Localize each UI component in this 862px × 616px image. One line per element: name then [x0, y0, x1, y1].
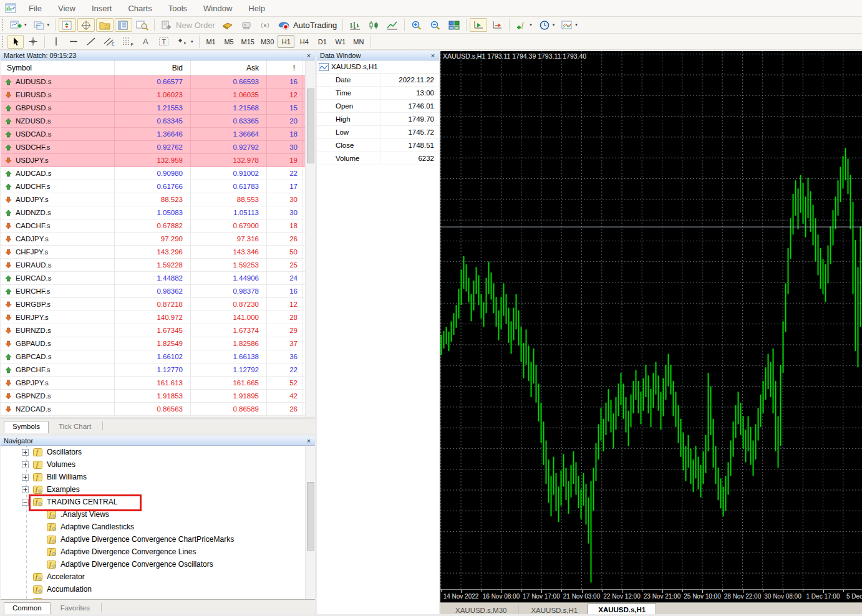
timeframe-mn-button[interactable]: MN	[350, 35, 367, 48]
market-watch-row-nzdcad.s[interactable]: NZDCAD.s0.865630.8658926	[1, 403, 305, 416]
menu-item-window[interactable]: Window	[195, 0, 240, 16]
tile-windows-button[interactable]	[445, 18, 463, 32]
navigator-close-icon[interactable]: ×	[305, 436, 312, 445]
market-watch-row-audchf.s[interactable]: AUDCHF.s0.617660.6178317	[1, 180, 305, 193]
dropdown-caret-icon[interactable]: ▾	[47, 22, 50, 27]
candlestick-chart-button[interactable]	[365, 18, 382, 32]
trendline-tool[interactable]	[83, 35, 99, 49]
market-watch-row-nzdusd.s[interactable]: NZDUSD.s0.633450.6336520	[1, 115, 305, 128]
timeframe-h1-button[interactable]: H1	[278, 35, 294, 48]
navigator-item-accelerator[interactable]: fAccelerator	[1, 570, 305, 583]
arrows-tool[interactable]: ▾	[174, 35, 196, 49]
navigator-toggle[interactable]	[96, 18, 114, 32]
expand-plus-icon[interactable]	[22, 486, 29, 493]
strategy-tester-button[interactable]	[133, 18, 151, 32]
timeframe-m15-button[interactable]: M15	[239, 35, 257, 48]
fibonacci-tool[interactable]: F	[119, 35, 137, 49]
zoom-in-button[interactable]	[408, 18, 425, 32]
timeframe-h4-button[interactable]: H4	[296, 35, 312, 48]
bar-chart-button[interactable]	[346, 18, 364, 32]
expand-plus-icon[interactable]	[22, 474, 29, 481]
collapse-minus-icon[interactable]	[22, 499, 29, 506]
menu-item-view[interactable]: View	[50, 0, 84, 16]
profiles-button[interactable]: ▾	[31, 18, 52, 32]
market-watch-row-gbpjpy.s[interactable]: GBPJPY.s161.613161.66552	[1, 377, 305, 390]
menu-item-charts[interactable]: Charts	[120, 0, 160, 16]
market-watch-toggle[interactable]	[59, 18, 76, 32]
column-header-bid[interactable]: Bid	[115, 60, 191, 75]
navigator-tab-favorites[interactable]: Favorites	[52, 602, 99, 614]
metaeditor-button[interactable]	[219, 18, 236, 32]
periods-button[interactable]: ▾	[536, 18, 558, 32]
market-watch-tab-tick-chart[interactable]: Tick Chart	[50, 421, 100, 433]
navigator-item-adaptive-divergence-convergence-lines[interactable]: fAdaptive Divergence Convergence Lines	[1, 546, 305, 558]
toolbar-grip[interactable]	[2, 36, 4, 47]
navigator-scrollbar[interactable]	[306, 446, 315, 599]
toolbar-grip[interactable]	[2, 19, 4, 31]
market-watch-row-eurcad.s[interactable]: EURCAD.s1.448821.4490624	[1, 272, 305, 285]
signals-button[interactable]	[256, 18, 274, 32]
market-watch-row-audnzd.s[interactable]: AUDNZD.s1.050831.0511330	[1, 206, 305, 219]
timeframe-w1-button[interactable]: W1	[332, 35, 349, 48]
market-watch-row-chfjpy.s[interactable]: CHFJPY.s143.296143.34650	[1, 246, 305, 259]
indicators-button[interactable]: f▾	[513, 18, 535, 32]
market-watch-row-cadchf.s[interactable]: CADCHF.s0.678820.6790018	[1, 219, 305, 233]
auto-scroll-toggle[interactable]	[470, 18, 487, 32]
crosshair-tool[interactable]	[25, 35, 41, 49]
expand-plus-icon[interactable]	[22, 461, 29, 468]
market-watch-row-usdcad.s[interactable]: USDCAD.s1.366461.3666418	[1, 128, 305, 141]
navigator-item-examples[interactable]: fExamples	[1, 483, 305, 496]
navigator-item-accumulation[interactable]: fAccumulation	[1, 583, 305, 595]
market-watch-row-cadjpy.s[interactable]: CADJPY.s97.29097.31626	[1, 233, 305, 246]
price-chart-xauusd-h1[interactable]: XAUUSD.s,H1 1793.11 1794.39 1793.11 1793…	[440, 51, 862, 589]
cursor-tool[interactable]	[7, 35, 24, 49]
column-header-symbol[interactable]: Symbol	[1, 60, 115, 75]
data-window-instrument-row[interactable]: XAUUSD.s,H1	[317, 60, 439, 74]
zoom-out-button[interactable]	[427, 18, 444, 32]
mailbox-button[interactable]	[238, 18, 255, 32]
autotrading-button[interactable]: AutoTrading	[275, 18, 339, 32]
menu-item-tools[interactable]: Tools	[160, 0, 195, 16]
market-watch-row-audjpy.s[interactable]: AUDJPY.s88.52388.55330	[1, 193, 305, 206]
navigator-item-adaptive-divergence-convergence-chartpricemarks[interactable]: fAdaptive Divergence Convergence ChartPr…	[1, 533, 305, 546]
market-watch-row-eurgbp.s[interactable]: EURGBP.s0.872180.8723012	[1, 298, 305, 311]
market-watch-tab-symbols[interactable]: Symbols	[4, 421, 49, 433]
horizontal-line-tool[interactable]	[65, 35, 82, 49]
navigator-scrollbar-thumb[interactable]	[307, 482, 314, 551]
navigator-item-oscillators[interactable]: fOscillators	[1, 446, 305, 458]
market-watch-row-eurusd.s[interactable]: EURUSD.s1.060231.0603512	[1, 89, 305, 102]
market-watch-row-eurjpy.s[interactable]: EURJPY.s140.972141.00028	[1, 311, 305, 324]
market-watch-row-euraud.s[interactable]: EURAUD.s1.592281.5925325	[1, 259, 305, 272]
timeframe-m30-button[interactable]: M30	[258, 35, 276, 48]
expand-plus-icon[interactable]	[22, 449, 29, 456]
timeframe-m1-button[interactable]: M1	[203, 35, 220, 48]
templates-button[interactable]: ▾	[558, 18, 580, 32]
dropdown-caret-icon[interactable]: ▾	[553, 22, 555, 27]
market-watch-row-audcad.s[interactable]: AUDCAD.s0.909800.9100222	[1, 167, 305, 180]
market-watch-row-usdjpy.s[interactable]: USDJPY.s132.959132.97819	[1, 154, 305, 167]
market-watch-scrollbar-thumb[interactable]	[307, 89, 314, 163]
menu-item-insert[interactable]: Insert	[84, 0, 120, 16]
data-window-close-icon[interactable]: ×	[429, 51, 437, 60]
data-window-toggle[interactable]	[77, 18, 95, 32]
market-watch-row-gbpusd.s[interactable]: GBPUSD.s1.215531.2156815	[1, 102, 305, 115]
terminal-toggle[interactable]	[115, 18, 132, 32]
menu-item-file[interactable]: File	[21, 0, 50, 16]
timeframe-d1-button[interactable]: D1	[314, 35, 331, 48]
market-watch-close-icon[interactable]: ×	[305, 51, 312, 60]
market-watch-row-gbpnzd.s[interactable]: GBPNZD.s1.918531.9189542	[1, 390, 305, 403]
column-header-spread[interactable]: !	[267, 60, 303, 75]
market-watch-row-gbpaud.s[interactable]: GBPAUD.s1.825491.8258637	[1, 337, 305, 350]
dropdown-caret-icon[interactable]: ▾	[530, 22, 532, 27]
dropdown-caret-icon[interactable]: ▾	[575, 22, 578, 27]
text-tool[interactable]: A	[138, 35, 154, 49]
chart-canvas[interactable]: XAUUSD.s,H1 1793.11 1794.39 1793.11 1793…	[440, 51, 862, 589]
dropdown-caret-icon[interactable]: ▾	[191, 39, 193, 44]
market-watch-row-usdchf.s[interactable]: USDCHF.s0.927620.9279230	[1, 141, 305, 154]
market-watch-row-audusd.s[interactable]: AUDUSD.s0.665770.6659316	[1, 75, 305, 89]
menu-item-help[interactable]: Help	[240, 0, 273, 16]
vertical-line-tool[interactable]	[48, 35, 64, 49]
navigator-item-adaptive-divergence-convergence-oscillators[interactable]: fAdaptive Divergence Convergence Oscilla…	[1, 558, 305, 570]
navigator-tab-common[interactable]: Common	[4, 602, 51, 615]
new-order-button[interactable]: New Order	[158, 18, 218, 32]
